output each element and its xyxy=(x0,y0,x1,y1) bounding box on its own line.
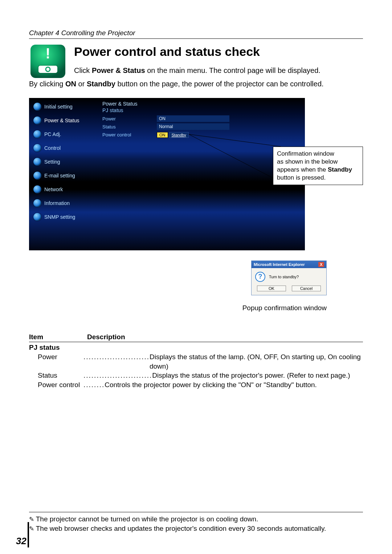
sidebar-item-label: Information xyxy=(44,200,70,206)
text: appears when the xyxy=(277,166,328,173)
menu-icon xyxy=(33,172,41,180)
sidebar-item-label: Setting xyxy=(44,159,60,165)
close-icon[interactable]: X xyxy=(318,262,324,267)
dialog-title: Microsoft Internet Explorer xyxy=(254,262,305,267)
menu-icon xyxy=(33,185,41,193)
status-value: Normal xyxy=(157,123,229,130)
sidebar-item-setting[interactable]: Setting xyxy=(31,155,98,168)
menu-icon xyxy=(33,130,41,138)
panel-title: Power & Status xyxy=(102,101,294,107)
content-panel: Power & Status PJ status Power ON Status… xyxy=(102,100,294,139)
sidebar-item-control[interactable]: Control xyxy=(31,141,98,155)
text: button is pressed. xyxy=(277,174,326,181)
standby-button[interactable]: Standby xyxy=(169,132,189,138)
desc: Controls the projector power by clicking… xyxy=(105,380,363,390)
menu-icon xyxy=(33,213,41,221)
row-power-control: Power control ONStandby xyxy=(102,131,294,139)
sidebar-item-label: Network xyxy=(44,186,63,192)
svg-text:!: ! xyxy=(45,45,50,61)
dialog-buttons: OK Cancel xyxy=(252,284,326,295)
dots: .......................... xyxy=(83,371,152,380)
desc: Displays the status of the projector's p… xyxy=(152,371,363,380)
row-label: Power control xyxy=(102,132,157,138)
sidebar-item-label: Control xyxy=(44,145,61,151)
page-number-rule xyxy=(28,522,29,547)
sidebar-item-label: Power & Status xyxy=(44,118,79,123)
text: as shown in the below xyxy=(277,158,338,165)
dialog-titlebar: Microsoft Internet Explorer X xyxy=(252,261,326,268)
term: Status xyxy=(38,372,57,379)
text: Confirmation window xyxy=(277,150,334,157)
sidebar-item-initial-setting[interactable]: Initial setting xyxy=(31,100,98,113)
sidebar-item-label: PC Adj. xyxy=(44,131,61,137)
text-bold: Power & Status xyxy=(92,66,145,74)
cancel-button[interactable]: Cancel xyxy=(292,286,321,291)
text: button on the page, the power of the pro… xyxy=(115,80,324,88)
popup-area: Microsoft Internet Explorer X ? Turn to … xyxy=(29,260,363,311)
menu-icon xyxy=(33,199,41,207)
table-header: Item Description xyxy=(29,333,363,342)
note-2: The web browser checks and updates the p… xyxy=(29,524,363,534)
sidebar-item-snmp-setting[interactable]: SNMP setting xyxy=(31,210,98,223)
page-title: Power control and status check xyxy=(74,45,363,59)
panel-subtitle: PJ status xyxy=(102,107,294,113)
text: or xyxy=(76,80,87,88)
item-description-table: Item Description PJ status Power .......… xyxy=(29,333,363,390)
text: By clicking xyxy=(29,80,65,88)
text: Click xyxy=(74,66,92,74)
row-power: Power ON xyxy=(102,115,294,123)
dialog-message: Turn to standby? xyxy=(269,275,299,279)
text-bold: ON xyxy=(65,80,76,88)
sidebar-item-pc-adj[interactable]: PC Adj. xyxy=(31,128,98,141)
power-control-buttons: ONStandby xyxy=(157,132,189,138)
definitions: Power ......................... Displays… xyxy=(29,352,363,390)
manual-page: Chapter 4 Controlling the Projector ! xyxy=(0,0,392,554)
projector-web-ui: Initial setting Power & Status PC Adj. C… xyxy=(29,98,305,250)
text: on the main menu. The control page will … xyxy=(145,66,320,74)
note-1: The projector cannot be turned on while … xyxy=(29,514,363,524)
intro-paragraph-1: Click Power & Status on the main menu. T… xyxy=(74,65,363,76)
text-bold: Standby xyxy=(328,166,352,173)
menu-icon xyxy=(33,103,41,111)
sidebar-item-email-setting[interactable]: E-mail setting xyxy=(31,169,98,182)
page-number: 32 xyxy=(16,535,26,547)
col-item: Item xyxy=(29,333,87,341)
section-icon: ! xyxy=(29,44,67,79)
sidebar-item-label: Initial setting xyxy=(44,104,73,110)
dots: ......................... xyxy=(83,352,150,362)
callout-box: Confirmation window as shown in the belo… xyxy=(273,147,363,185)
sidebar-item-label: E-mail setting xyxy=(44,173,75,178)
desc: Displays the status of the lamp. (ON, OF… xyxy=(150,352,363,371)
menu-icon xyxy=(33,158,41,166)
def-power-control: Power control ........ Controls the proj… xyxy=(29,380,363,390)
popup-caption: Popup confirmation window xyxy=(242,304,327,312)
dots: ........ xyxy=(83,380,105,390)
group-pj-status: PJ status xyxy=(29,344,363,352)
dialog-body: ? Turn to standby? xyxy=(252,268,326,284)
menu-icon xyxy=(33,116,41,124)
sidebar: Initial setting Power & Status PC Adj. C… xyxy=(31,100,98,224)
menu-icon xyxy=(33,144,41,152)
text-bold: Standby xyxy=(87,80,115,88)
on-button[interactable]: ON xyxy=(157,132,168,138)
question-icon: ? xyxy=(255,272,265,282)
ok-button[interactable]: OK xyxy=(257,286,286,291)
sidebar-item-power-status[interactable]: Power & Status xyxy=(31,114,98,127)
term: Power control xyxy=(38,381,80,389)
def-status: Status .......................... Displa… xyxy=(29,371,363,380)
intro-paragraph-2: By clicking ON or Standby button on the … xyxy=(29,79,363,89)
row-label: Power xyxy=(102,116,157,122)
def-power: Power ......................... Displays… xyxy=(29,352,363,371)
col-description: Description xyxy=(87,333,125,341)
title-block: ! Power control and status check Click P… xyxy=(29,44,363,79)
confirmation-dialog: Microsoft Internet Explorer X ? Turn to … xyxy=(251,260,327,295)
footnotes: The projector cannot be turned on while … xyxy=(29,512,363,534)
chapter-heading: Chapter 4 Controlling the Projector xyxy=(29,29,363,39)
screenshot-area: Initial setting Power & Status PC Adj. C… xyxy=(29,98,363,254)
power-value: ON xyxy=(157,115,229,122)
sidebar-item-label: SNMP setting xyxy=(44,214,75,220)
term: Power xyxy=(38,353,57,361)
sidebar-item-information[interactable]: Information xyxy=(31,197,98,210)
row-label: Status xyxy=(102,124,157,130)
sidebar-item-network[interactable]: Network xyxy=(31,183,98,196)
